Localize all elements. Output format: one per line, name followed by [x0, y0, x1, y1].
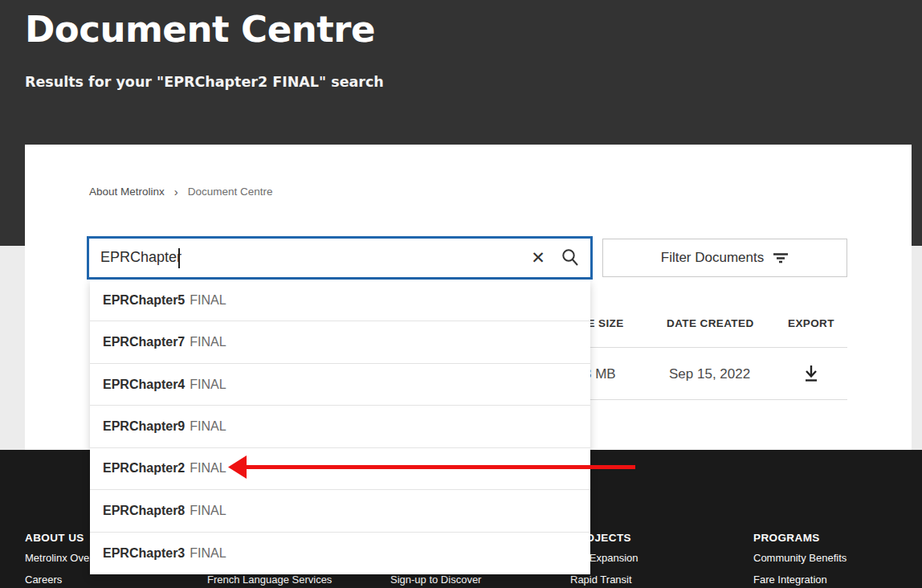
footer-link-careers[interactable]: Careers: [25, 574, 62, 586]
suggestion-name: EPRChapter4: [103, 378, 185, 392]
footer-link-rapid-transit[interactable]: Rapid Transit: [570, 574, 632, 586]
footer-heading-about-us: ABOUT US: [25, 532, 84, 544]
footer-link-community-benefits[interactable]: Community Benefits: [753, 552, 847, 564]
date-created-cell: Sep 15, 2022: [669, 366, 750, 382]
suggestion-name: EPRChapter5: [103, 293, 185, 308]
suggestion-name: EPRChapter9: [103, 419, 185, 434]
breadcrumb-current-document-centre[interactable]: Document Centre: [188, 186, 273, 198]
footer-link-fare-integration[interactable]: Fare Integration: [753, 574, 827, 586]
column-header-export: EXPORT: [788, 317, 834, 329]
footer-heading-programs: PROGRAMS: [753, 532, 820, 544]
footer-link-sign-up-to-discover[interactable]: Sign-up to Discover: [390, 574, 481, 586]
suggestion-eprchapter9-final[interactable]: EPRChapter9 FINAL: [90, 406, 590, 447]
suggestion-eprchapter8-final[interactable]: EPRChapter8 FINAL: [90, 490, 590, 532]
breadcrumb: About Metrolinx › Document Centre: [89, 186, 273, 198]
suggestion-suffix: FINAL: [190, 335, 226, 349]
filter-documents-button[interactable]: Filter Documents: [602, 239, 847, 277]
suggestion-eprchapter7-final[interactable]: EPRChapter7 FINAL: [90, 321, 590, 363]
suggestion-eprchapter4-final[interactable]: EPRChapter4 FINAL: [90, 364, 590, 406]
document-search-box: ✕: [87, 236, 593, 280]
download-icon[interactable]: [801, 363, 822, 386]
suggestion-suffix: FINAL: [190, 504, 226, 518]
search-results-subtitle: Results for your "EPRChapter2 FINAL" sea…: [25, 74, 384, 90]
suggestion-suffix: FINAL: [190, 546, 226, 561]
suggestion-eprchapter2-final[interactable]: EPRChapter2 FINAL: [90, 448, 590, 490]
suggestion-eprchapter5-final[interactable]: EPRChapter5 FINAL: [90, 280, 590, 321]
text-cursor: [178, 248, 180, 268]
search-input[interactable]: [100, 239, 478, 276]
chevron-right-icon: ›: [174, 186, 178, 197]
breadcrumb-link-about-metrolinx[interactable]: About Metrolinx: [89, 186, 165, 198]
column-header-date-created: DATE CREATED: [667, 317, 754, 329]
footer-link-french-language-services[interactable]: French Language Services: [207, 574, 332, 586]
search-icon[interactable]: [560, 247, 581, 268]
suggestion-name: EPRChapter2: [103, 461, 185, 476]
suggestion-name: EPRChapter8: [103, 504, 185, 518]
suggestion-suffix: FINAL: [190, 461, 226, 476]
suggestion-name: EPRChapter3: [103, 546, 185, 561]
suggestion-name: EPRChapter7: [103, 335, 185, 349]
filter-lines-icon: [773, 252, 789, 263]
suggestion-suffix: FINAL: [190, 419, 226, 434]
filter-documents-label: Filter Documents: [661, 250, 764, 266]
clear-x-icon[interactable]: ✕: [528, 247, 549, 268]
search-autocomplete-dropdown: EPRChapter5 FINAL EPRChapter7 FINAL EPRC…: [90, 280, 590, 574]
suggestion-suffix: FINAL: [190, 293, 226, 308]
suggestion-eprchapter3-final[interactable]: EPRChapter3 FINAL: [90, 533, 590, 574]
suggestion-suffix: FINAL: [190, 378, 226, 392]
page-title: Document Centre: [25, 8, 375, 51]
